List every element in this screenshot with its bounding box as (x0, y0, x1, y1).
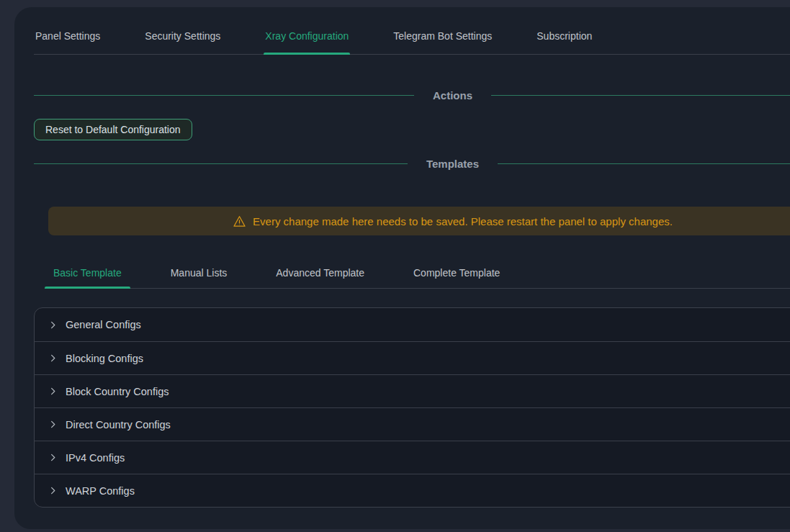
tab-telegram-bot-settings[interactable]: Telegram Bot Settings (392, 27, 493, 54)
settings-card: Panel Settings Security Settings Xray Co… (14, 7, 790, 529)
restart-warning-alert: Every change made here needs to be saved… (48, 207, 790, 235)
accordion-item-label: Direct Country Configs (66, 419, 171, 430)
chevron-right-icon (49, 387, 57, 395)
accordion-item-label: WARP Configs (66, 485, 135, 497)
actions-section-divider: Actions (34, 87, 790, 103)
templates-section-divider: Templates (34, 155, 790, 171)
chevron-right-icon (49, 354, 57, 362)
divider-line (491, 95, 790, 96)
accordion-item-ipv4-configs[interactable]: IPv4 Configs (35, 441, 790, 474)
tab-security-settings[interactable]: Security Settings (143, 27, 222, 54)
tab-xray-configuration[interactable]: Xray Configuration (264, 27, 350, 54)
divider-line (34, 163, 408, 164)
accordion-item-label: General Configs (66, 319, 141, 330)
chevron-right-icon (49, 454, 57, 461)
tab-panel-settings[interactable]: Panel Settings (34, 27, 102, 54)
chevron-right-icon (49, 420, 57, 428)
tab-manual-lists[interactable]: Manual Lists (162, 264, 236, 288)
accordion-item-block-country-configs[interactable]: Block Country Configs (35, 374, 790, 407)
accordion-item-warp-configs[interactable]: WARP Configs (35, 474, 790, 507)
tab-basic-template[interactable]: Basic Template (45, 264, 130, 288)
accordion-item-label: Blocking Configs (66, 353, 143, 364)
accordion-item-general-configs[interactable]: General Configs (35, 308, 790, 341)
divider-line (498, 163, 790, 164)
reset-to-default-button[interactable]: Reset to Default Configuration (34, 119, 192, 140)
main-settings-tabs: Panel Settings Security Settings Xray Co… (34, 7, 790, 55)
accordion-item-blocking-configs[interactable]: Blocking Configs (35, 341, 790, 374)
actions-section-title: Actions (433, 89, 472, 102)
tab-complete-template[interactable]: Complete Template (405, 264, 508, 288)
configs-accordion: General Configs Blocking Configs Block C… (34, 307, 790, 508)
tab-advanced-template[interactable]: Advanced Template (267, 264, 373, 288)
warning-triangle-icon (233, 215, 246, 228)
chevron-right-icon (49, 321, 57, 329)
chevron-right-icon (49, 487, 57, 495)
divider-line (34, 95, 414, 96)
accordion-item-direct-country-configs[interactable]: Direct Country Configs (35, 407, 790, 441)
templates-section-title: Templates (426, 158, 479, 170)
accordion-item-label: IPv4 Configs (66, 452, 125, 464)
warning-message: Every change made here needs to be saved… (253, 215, 673, 227)
template-tabs: Basic Template Manual Lists Advanced Tem… (45, 264, 790, 289)
accordion-item-label: Block Country Configs (66, 386, 169, 397)
tab-subscription[interactable]: Subscription (535, 27, 593, 54)
